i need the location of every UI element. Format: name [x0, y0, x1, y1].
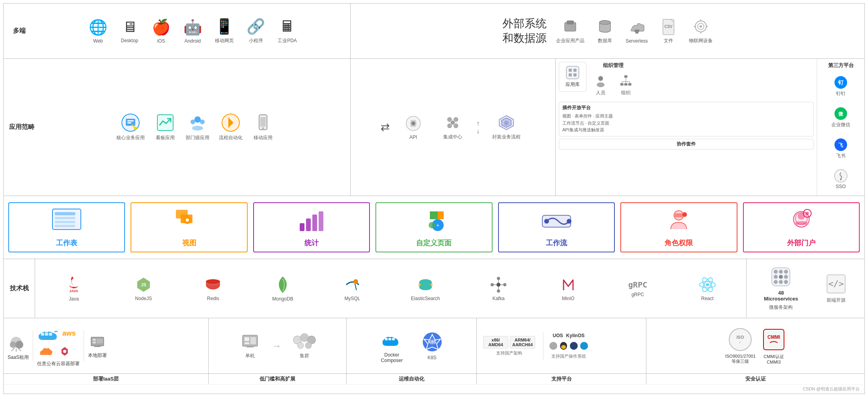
svg-text:JS: JS: [141, 282, 146, 287]
svg-rect-4: [635, 30, 639, 32]
mobile-web-label: 移动网页: [215, 37, 234, 44]
desktop-label: Desktop: [121, 38, 138, 43]
svg-point-22: [200, 119, 205, 124]
security-section: ISO ✓ ISO9001/27001 等保三级 CMMI: [646, 318, 864, 373]
svg-point-24: [192, 126, 203, 131]
arch-support-label: 支持国产架构: [496, 350, 522, 356]
icon-ext-sys: 外部系统 和数据源: [498, 13, 551, 49]
row1-left: 多端 🌐 Web 🖥 Desktop 🍎 iOS 🤖 Android: [4, 4, 351, 58]
icon-single-machine: 单机: [234, 330, 266, 362]
svg-point-170: [580, 342, 588, 350]
icon-dingtalk: 钉 钉钉: [825, 72, 857, 100]
arch-support: x86/AMD64 ARM64/AARCH64 支持国产架构: [481, 334, 538, 358]
icon-api: API: [398, 112, 429, 143]
svg-point-89: [567, 219, 571, 224]
mobile-web-icon: 📱: [215, 18, 233, 35]
module-worksheet: 工作表: [8, 202, 125, 252]
svg-point-113: [503, 283, 506, 286]
row-tech-stack: 技术栈 JAVA Java JS NodeJS: [4, 259, 864, 318]
frontend-label: 前端开源: [827, 297, 846, 304]
svg-point-94: [798, 213, 805, 220]
svg-point-112: [491, 283, 494, 286]
cluster-label: 集群: [300, 353, 309, 359]
kylin-label-col: KylinOS: [566, 333, 585, 338]
row3-modules: 工作表 视图 统计: [4, 196, 864, 259]
iso-col: ISO ✓ ISO9001/27001 等保三级: [725, 328, 756, 364]
local-deploy-col: 本地部署: [88, 333, 107, 359]
svg-text:微: 微: [838, 111, 844, 117]
module-view: 视图: [131, 202, 247, 252]
api-icon: [405, 115, 422, 132]
enterprise-app-label: 企业应用产品: [556, 37, 584, 44]
worksheet-icon: [51, 207, 82, 235]
worksheet-label: 工作表: [56, 238, 77, 248]
svg-rect-139: [49, 333, 52, 336]
low-barrier-title: 低门槛和高扩展: [209, 374, 347, 384]
footer-credit: CSDN @明道云超级应用平台: [4, 384, 864, 394]
icon-mysql: MySQL: [337, 273, 368, 304]
support-platform-section: x86/AMD64 ARM64/AARCH64 支持国产架构 UOS Kylin…: [477, 318, 646, 373]
saas-label: SaaS租用: [7, 354, 28, 361]
svg-rect-54: [624, 83, 627, 86]
mini-app-icon: 🔗: [246, 18, 265, 35]
svg-rect-162: [388, 335, 391, 337]
plugin-items: 视图 · 表单控件 · 应用主题工作流节点 · 自定义页面API集成与推送触发器: [562, 113, 810, 134]
cmmi-labels: CMMI认证 CMMI3: [763, 354, 784, 364]
ext-sys-label: 外部系统 和数据源: [502, 17, 547, 45]
svg-rect-91: [675, 213, 683, 217]
huawei-icon: [57, 345, 73, 357]
microservices-count: 48 Microservices: [764, 290, 798, 302]
svg-point-110: [497, 277, 500, 280]
arrow-left-right: ⇄: [381, 121, 390, 134]
elasticsearch-label: ElasticSearch: [411, 296, 440, 301]
icon-desktop: 🖥 Desktop: [114, 15, 146, 47]
app-store-label: 应用库: [566, 81, 580, 88]
icon-feishu: 飞 飞书: [825, 134, 857, 162]
svg-point-132: [10, 342, 16, 348]
docker-composer-icon: [380, 328, 404, 350]
icon-web: 🌐 Web: [82, 15, 114, 47]
k8s-label: K8S: [427, 355, 437, 360]
microservices-label: 微服务架构: [769, 304, 793, 311]
icon-industrial-pda: 🖩 工业PDA: [272, 15, 303, 47]
icon-people: 人员: [590, 71, 612, 99]
svg-point-10: [700, 25, 702, 28]
svg-rect-140: [45, 330, 48, 332]
icon-flow-auto: 流程自动化: [214, 110, 247, 144]
icon-android: 🤖 Android: [177, 15, 209, 47]
iot-icon: [692, 18, 709, 35]
svg-rect-146: [94, 346, 101, 347]
iso-labels: ISO9001/27001 等保三级: [725, 354, 756, 364]
icon-minio: MiniO: [553, 273, 584, 304]
custom-page-icon: +: [418, 207, 450, 235]
minio-icon: [560, 276, 577, 293]
icon-mobile-web: 📱 移动网页: [209, 15, 240, 47]
aliyun-icon: [37, 345, 53, 357]
dingtalk-label: 钉钉: [836, 90, 846, 97]
low-barrier-section: 单机 → 集群: [209, 318, 347, 373]
svg-point-51: [597, 82, 605, 87]
redis-label: Redis: [207, 296, 219, 301]
ext-portal-icon: [786, 207, 817, 235]
role-perm-label: 角色权限: [665, 238, 693, 248]
icon-mongodb: MongoDB: [267, 272, 299, 305]
svg-marker-82: [430, 211, 438, 219]
sso-icon: [834, 169, 848, 183]
deploy-iaas-section: SaaS租用 aws: [4, 318, 209, 373]
collab-label: 协作套件: [559, 139, 814, 149]
view-icon: [174, 207, 205, 235]
external-system-icons: 外部系统 和数据源 企业应用产品 数据库: [351, 4, 864, 58]
app-scope-icons: 核心业务应用 看板应用: [40, 59, 350, 196]
svg-line-134: [11, 348, 15, 351]
kanban-label: 看板应用: [156, 134, 175, 141]
feishu-icon: 飞: [834, 138, 848, 152]
ops-title: 运维自动化: [347, 374, 477, 384]
flow-auto-icon: [221, 113, 240, 132]
svg-point-50: [598, 76, 603, 81]
icon-enterprise-app: 企业应用产品: [551, 15, 589, 47]
svg-point-121: [779, 270, 783, 274]
svg-point-122: [784, 270, 788, 274]
serverless-icon: [628, 19, 646, 36]
svg-point-169: [570, 342, 578, 350]
svg-rect-49: [573, 73, 577, 77]
